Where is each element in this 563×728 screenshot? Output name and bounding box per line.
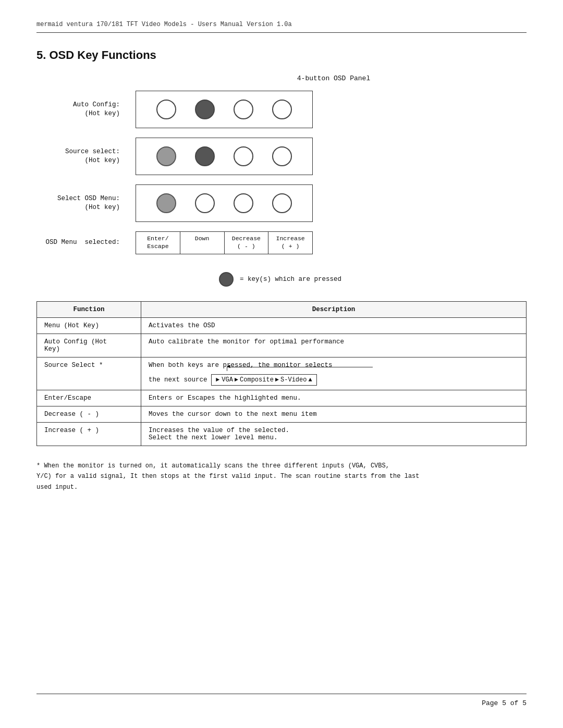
select-osd-label: Select OSD Menu: (Hot key)	[36, 194, 120, 213]
header-text: mermaid ventura 170/181 TFT Video Models…	[36, 21, 292, 28]
page-footer: Page 5 of 5	[36, 694, 527, 707]
btn-1	[156, 146, 176, 166]
btn-1	[156, 100, 176, 119]
btn-3	[234, 100, 253, 119]
table-row: Enter/Escape Enters or Escapes the highl…	[37, 390, 527, 406]
select-osd-panel	[136, 184, 313, 222]
btn-4	[272, 100, 292, 119]
auto-config-row: Auto Config: (Hot key)	[36, 91, 313, 128]
btn-2	[195, 100, 215, 119]
legend-row: = key(s) which are pressed	[219, 272, 527, 287]
footnote-text: * When the monitor is turned on, it auto…	[36, 462, 420, 491]
arrow-icon: ►	[216, 376, 219, 384]
source-select-panel	[136, 138, 313, 175]
btn-2	[195, 146, 215, 166]
source-select-row: Source select: (Hot key)	[36, 138, 313, 175]
func-cell: Enter/Escape	[37, 390, 141, 406]
page-header: mermaid ventura 170/181 TFT Video Models…	[36, 21, 527, 33]
btn-3	[234, 146, 253, 166]
table-row: Menu (Hot Key) Activates the OSD	[37, 317, 527, 334]
desc-cell: Enters or Escapes the highlighted menu.	[141, 390, 527, 406]
btn-4	[272, 146, 292, 166]
cell-down: Down	[180, 232, 225, 254]
source-vga: VGA	[222, 376, 233, 384]
func-cell: Menu (Hot Key)	[37, 317, 141, 334]
func-cell: Auto Config (HotKey)	[37, 334, 141, 357]
table-row: Increase ( + ) Increases the value of th…	[37, 422, 527, 446]
legend-circle	[219, 272, 234, 287]
btn-1	[156, 193, 176, 213]
osd-panel-label: 4-button OSD Panel	[141, 75, 527, 82]
legend-text: = key(s) which are pressed	[240, 276, 341, 283]
source-svideo: S-Video	[280, 376, 307, 384]
source-select-label: Source select: (Hot key)	[36, 147, 120, 166]
page-number: Page 5 of 5	[482, 699, 527, 707]
page: mermaid ventura 170/181 TFT Video Models…	[0, 0, 563, 728]
desc-cell: When both keys are pressed, the monitor …	[141, 357, 527, 390]
btn-2	[195, 193, 215, 213]
table-row: Auto Config (HotKey) Auto calibrate the …	[37, 334, 527, 357]
osd-menu-selected-label: OSD Menu selected:	[36, 238, 120, 248]
col-description-header: Description	[141, 301, 527, 317]
col-function-header: Function	[37, 301, 141, 317]
btn-4	[272, 193, 292, 213]
table-row: Decrease ( - ) Moves the cursor down to …	[37, 406, 527, 422]
select-osd-menu-row: Select OSD Menu: (Hot key)	[36, 184, 313, 222]
desc-cell: Moves the cursor down to the next menu i…	[141, 406, 527, 422]
cell-enter-escape: Enter/Escape	[136, 232, 180, 254]
page-title: 5. OSD Key Functions	[36, 48, 527, 62]
func-cell: Decrease ( - )	[37, 406, 141, 422]
table-row: Source Select * When both keys are press…	[37, 357, 527, 390]
func-cell: Source Select *	[37, 357, 141, 390]
btn-3	[234, 193, 253, 213]
desc-cell: Auto calibrate the monitor for optimal p…	[141, 334, 527, 357]
osd-menu-panel: Enter/Escape Down Decrease( - ) Increase…	[136, 231, 313, 254]
osd-menu-selected-row: OSD Menu selected: Enter/Escape Down Dec…	[36, 231, 313, 254]
cell-decrease: Decrease( - )	[225, 232, 269, 254]
desc-cell: Increases the value of the selected. Sel…	[141, 422, 527, 446]
func-cell: Increase ( + )	[37, 422, 141, 446]
auto-config-panel	[136, 91, 313, 128]
auto-config-label: Auto Config: (Hot key)	[36, 101, 120, 119]
footnote: * When the monitor is turned on, it auto…	[36, 461, 527, 492]
cell-increase: Increase( + )	[268, 232, 312, 254]
desc-cell: Activates the OSD	[141, 317, 527, 334]
source-composite: Composite	[240, 376, 274, 384]
function-table: Function Description Menu (Hot Key) Acti…	[36, 301, 527, 446]
osd-diagram: Auto Config: (Hot key) Source select: (H…	[36, 91, 527, 264]
